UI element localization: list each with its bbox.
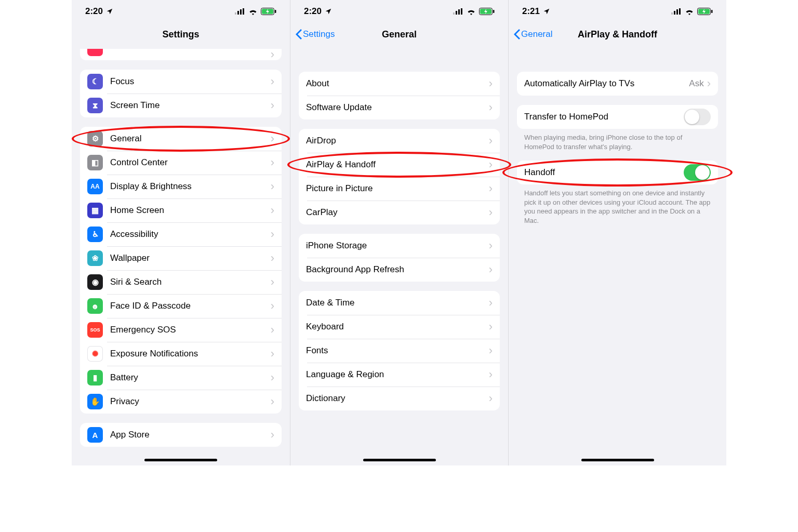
battery-charging-icon <box>479 8 495 15</box>
back-button[interactable]: Settings <box>296 29 335 39</box>
chevron-right-icon: › <box>271 396 274 407</box>
settings-row[interactable]: ⚙ General › <box>80 127 282 151</box>
row-label: Automatically AirPlay to TVs <box>524 78 689 89</box>
settings-row[interactable]: ✺ Exposure Notifications › <box>80 342 282 366</box>
back-label: General <box>521 29 552 39</box>
chevron-right-icon: › <box>271 100 274 111</box>
chevron-right-icon: › <box>271 348 274 360</box>
settings-row[interactable]: ☻ Face ID & Passcode › <box>80 294 282 318</box>
settings-group: › <box>80 49 282 60</box>
svg-rect-2 <box>240 9 242 15</box>
location-icon <box>543 8 550 15</box>
home-indicator <box>144 459 217 461</box>
toggle[interactable] <box>684 164 711 181</box>
row-icon: ⚙ <box>87 131 103 147</box>
row-label: Face ID & Passcode <box>110 301 271 311</box>
row-value: Ask <box>689 78 703 89</box>
settings-row[interactable]: iPhone Storage › <box>299 234 500 258</box>
settings-row[interactable]: ♿︎ Accessibility › <box>80 222 282 246</box>
settings-row[interactable]: AirDrop › <box>299 129 500 153</box>
wifi-icon <box>467 8 476 15</box>
status-bar: 2:21 <box>509 0 726 23</box>
settings-row[interactable]: ✋ Privacy › <box>80 390 282 414</box>
nav-header: Settings General <box>290 23 508 46</box>
chevron-right-icon: › <box>271 324 274 336</box>
settings-row[interactable]: ▮ Battery › <box>80 366 282 390</box>
settings-group: About › Software Update › <box>299 72 500 119</box>
settings-row[interactable]: ◧ Control Center › <box>80 151 282 175</box>
svg-rect-20 <box>711 10 713 13</box>
row-label: Picture in Picture <box>306 183 489 194</box>
row-label: Emergency SOS <box>110 325 271 335</box>
settings-row[interactable]: AirPlay & Handoff › <box>299 153 500 177</box>
row-label: AirPlay & Handoff <box>306 159 489 170</box>
row-label: Exposure Notifications <box>110 349 271 359</box>
svg-rect-0 <box>235 12 236 15</box>
chevron-right-icon: › <box>707 78 711 89</box>
row-icon: ⧗ <box>87 98 103 113</box>
cellular-icon <box>671 8 682 15</box>
row-label: CarPlay <box>306 207 489 218</box>
row-icon: ▦ <box>87 203 103 218</box>
svg-rect-17 <box>679 8 681 15</box>
settings-row[interactable]: ❀ Wallpaper › <box>80 246 282 270</box>
back-button[interactable]: General <box>514 29 552 39</box>
svg-rect-7 <box>453 12 455 15</box>
settings-row[interactable]: ☾ Focus › <box>80 70 282 94</box>
svg-rect-15 <box>674 11 675 15</box>
settings-row[interactable]: Transfer to HomePod <box>517 105 718 129</box>
row-label: Control Center <box>110 157 271 168</box>
chevron-right-icon: › <box>489 297 493 309</box>
chevron-right-icon: › <box>489 345 493 356</box>
settings-row[interactable]: Keyboard › <box>299 315 500 339</box>
settings-row[interactable]: Picture in Picture › <box>299 177 500 201</box>
phone-panel: 2:21 General AirPlay & Handoff Automatic… <box>508 0 726 466</box>
row-label: Battery <box>110 373 271 383</box>
nav-title: Settings <box>72 29 290 40</box>
settings-row[interactable]: ▦ Home Screen › <box>80 198 282 222</box>
chevron-right-icon: › <box>489 240 493 251</box>
settings-row[interactable]: CarPlay › <box>299 201 500 224</box>
svg-rect-6 <box>275 10 276 13</box>
settings-row[interactable]: ◉ Siri & Search › <box>80 270 282 294</box>
row-label: Transfer to HomePod <box>524 112 684 122</box>
toggle[interactable] <box>684 109 711 125</box>
status-time: 2:20 <box>304 6 322 17</box>
settings-row[interactable]: Automatically AirPlay to TVs Ask› <box>517 72 718 96</box>
chevron-right-icon: › <box>489 207 493 218</box>
settings-row[interactable]: Handoff <box>517 161 718 184</box>
settings-row[interactable]: › <box>80 49 282 60</box>
settings-row[interactable]: Dictionary › <box>299 387 500 410</box>
row-label: Accessibility <box>110 229 271 240</box>
settings-row[interactable]: SOS Emergency SOS › <box>80 318 282 342</box>
settings-row[interactable]: A App Store › <box>80 423 282 447</box>
svg-rect-1 <box>237 11 239 15</box>
chevron-right-icon: › <box>271 229 274 240</box>
status-time: 2:20 <box>85 6 103 17</box>
row-label: AirDrop <box>306 136 489 146</box>
chevron-left-icon <box>514 29 520 39</box>
chevron-right-icon: › <box>489 183 493 194</box>
settings-row[interactable]: Date & Time › <box>299 291 500 315</box>
settings-row[interactable]: ⧗ Screen Time › <box>80 94 282 117</box>
location-icon <box>106 8 113 15</box>
row-label: Privacy <box>110 396 271 407</box>
row-icon: A <box>87 427 103 443</box>
status-bar: 2:20 <box>72 0 290 23</box>
settings-row[interactable]: About › <box>299 72 500 96</box>
settings-row[interactable]: Fonts › <box>299 339 500 363</box>
settings-row[interactable]: AA Display & Brightness › <box>80 175 282 198</box>
row-label: Date & Time <box>306 298 489 308</box>
row-icon: ◧ <box>87 155 103 170</box>
chevron-right-icon: › <box>271 76 274 87</box>
row-icon: ✺ <box>87 346 103 362</box>
settings-row[interactable]: Background App Refresh › <box>299 258 500 282</box>
settings-row[interactable]: Language & Region › <box>299 363 500 387</box>
row-label: iPhone Storage <box>306 241 489 251</box>
row-icon: ♿︎ <box>87 227 103 242</box>
row-label: Siri & Search <box>110 277 271 287</box>
chevron-right-icon: › <box>489 102 493 113</box>
row-label: Background App Refresh <box>306 264 489 275</box>
settings-row[interactable]: Software Update › <box>299 96 500 119</box>
row-label: Handoff <box>524 167 684 178</box>
